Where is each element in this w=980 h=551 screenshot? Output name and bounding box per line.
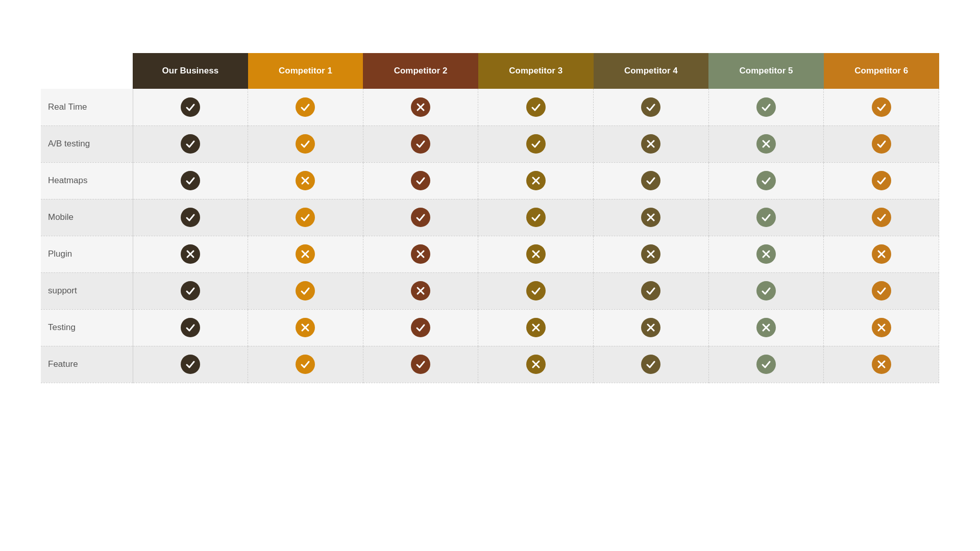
cross-icon bbox=[756, 134, 776, 154]
cross-icon bbox=[641, 318, 660, 337]
row-label-7: Feature bbox=[41, 346, 133, 383]
check-icon bbox=[756, 281, 776, 300]
header-label-empty bbox=[41, 53, 133, 89]
check-icon bbox=[526, 97, 546, 117]
cross-icon bbox=[872, 318, 891, 337]
comparison-table: Our BusinessCompetitor 1Competitor 2Comp… bbox=[41, 53, 939, 383]
row-label-1: A/B testing bbox=[41, 126, 133, 162]
cell-6-4 bbox=[594, 309, 709, 346]
cell-3-0 bbox=[133, 199, 248, 236]
cell-4-6 bbox=[824, 236, 939, 272]
row-label-6: Testing bbox=[41, 309, 133, 346]
cell-6-2 bbox=[363, 309, 478, 346]
cell-2-4 bbox=[594, 162, 709, 199]
cell-7-6 bbox=[824, 346, 939, 383]
check-icon bbox=[296, 355, 315, 374]
cell-5-0 bbox=[133, 272, 248, 309]
cell-2-5 bbox=[708, 162, 824, 199]
cell-3-3 bbox=[478, 199, 594, 236]
cell-0-4 bbox=[594, 89, 709, 126]
cross-icon bbox=[756, 244, 776, 264]
cell-6-0 bbox=[133, 309, 248, 346]
check-icon bbox=[756, 171, 776, 190]
cross-icon bbox=[296, 318, 315, 337]
table-row: Plugin bbox=[41, 236, 939, 272]
cross-icon bbox=[526, 355, 546, 374]
row-label-0: Real Time bbox=[41, 89, 133, 126]
cross-icon bbox=[296, 244, 315, 264]
cell-0-2 bbox=[363, 89, 478, 126]
cell-2-3 bbox=[478, 162, 594, 199]
cell-6-5 bbox=[708, 309, 824, 346]
cell-1-6 bbox=[824, 126, 939, 162]
cell-3-1 bbox=[248, 199, 363, 236]
cross-icon bbox=[526, 171, 546, 190]
cell-0-0 bbox=[133, 89, 248, 126]
cell-7-1 bbox=[248, 346, 363, 383]
header-col-competitor_6: Competitor 6 bbox=[824, 53, 939, 89]
cell-6-1 bbox=[248, 309, 363, 346]
check-icon bbox=[181, 171, 200, 190]
check-icon bbox=[411, 134, 430, 154]
check-icon bbox=[756, 355, 776, 374]
row-label-3: Mobile bbox=[41, 199, 133, 236]
cell-4-5 bbox=[708, 236, 824, 272]
cell-1-5 bbox=[708, 126, 824, 162]
table-row: Testing bbox=[41, 309, 939, 346]
cross-icon bbox=[181, 244, 200, 264]
check-icon bbox=[526, 134, 546, 154]
cell-5-2 bbox=[363, 272, 478, 309]
cell-3-6 bbox=[824, 199, 939, 236]
check-icon bbox=[526, 281, 546, 300]
table-row: Feature bbox=[41, 346, 939, 383]
table-row: A/B testing bbox=[41, 126, 939, 162]
header-col-competitor_5: Competitor 5 bbox=[708, 53, 824, 89]
check-icon bbox=[411, 318, 430, 337]
cell-7-5 bbox=[708, 346, 824, 383]
cell-5-1 bbox=[248, 272, 363, 309]
row-label-5: support bbox=[41, 272, 133, 309]
check-icon bbox=[872, 171, 891, 190]
check-icon bbox=[411, 208, 430, 227]
cell-1-3 bbox=[478, 126, 594, 162]
check-icon bbox=[872, 281, 891, 300]
check-icon bbox=[756, 97, 776, 117]
cross-icon bbox=[641, 134, 660, 154]
check-icon bbox=[181, 134, 200, 154]
table-row: Heatmaps bbox=[41, 162, 939, 199]
cell-4-1 bbox=[248, 236, 363, 272]
cross-icon bbox=[641, 244, 660, 264]
cross-icon bbox=[872, 244, 891, 264]
check-icon bbox=[641, 281, 660, 300]
check-icon bbox=[181, 208, 200, 227]
comparison-table-container: Our BusinessCompetitor 1Competitor 2Comp… bbox=[41, 53, 939, 531]
check-icon bbox=[641, 355, 660, 374]
check-icon bbox=[641, 171, 660, 190]
cross-icon bbox=[411, 281, 430, 300]
cross-icon bbox=[296, 171, 315, 190]
cell-4-2 bbox=[363, 236, 478, 272]
cell-6-6 bbox=[824, 309, 939, 346]
cell-2-1 bbox=[248, 162, 363, 199]
check-icon bbox=[411, 355, 430, 374]
cell-0-1 bbox=[248, 89, 363, 126]
check-icon bbox=[296, 97, 315, 117]
cross-icon bbox=[411, 97, 430, 117]
cell-5-4 bbox=[594, 272, 709, 309]
cell-6-3 bbox=[478, 309, 594, 346]
cross-icon bbox=[872, 355, 891, 374]
cell-0-6 bbox=[824, 89, 939, 126]
cell-1-2 bbox=[363, 126, 478, 162]
header-col-our_business: Our Business bbox=[133, 53, 248, 89]
check-icon bbox=[181, 318, 200, 337]
check-icon bbox=[296, 208, 315, 227]
check-icon bbox=[296, 281, 315, 300]
cell-0-3 bbox=[478, 89, 594, 126]
table-row: support bbox=[41, 272, 939, 309]
check-icon bbox=[181, 97, 200, 117]
check-icon bbox=[872, 134, 891, 154]
cell-1-4 bbox=[594, 126, 709, 162]
row-label-4: Plugin bbox=[41, 236, 133, 272]
cross-icon bbox=[641, 208, 660, 227]
cell-3-2 bbox=[363, 199, 478, 236]
